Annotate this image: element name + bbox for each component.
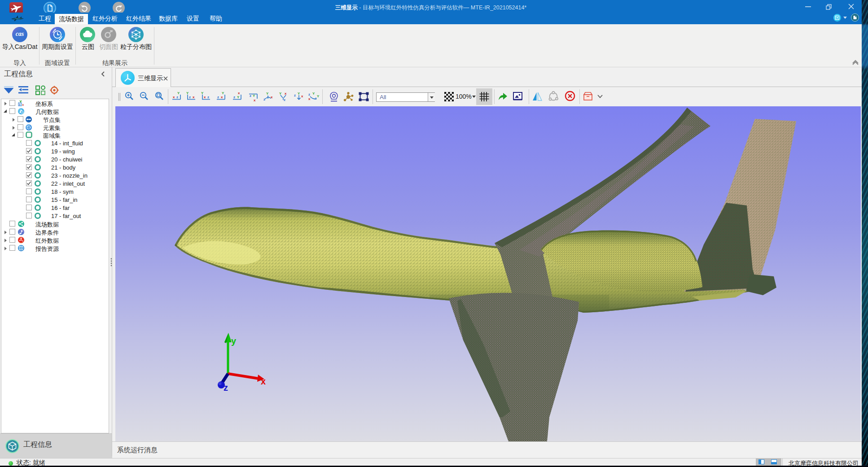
svg-text:y: y (231, 336, 237, 346)
svg-text:x: x (22, 103, 24, 106)
svg-text:x: x (301, 94, 303, 98)
svg-text:x: x (193, 95, 195, 99)
svg-text:z: z (263, 97, 265, 101)
svg-text:Y: Y (266, 92, 269, 96)
svg-text:x: x (271, 95, 273, 99)
svg-text:z: z (308, 92, 310, 96)
svg-text:z: z (294, 93, 296, 97)
svg-text:Y: Y (298, 92, 300, 96)
svg-text:x: x (308, 97, 311, 101)
svg-text:Y: Y (279, 92, 282, 96)
svg-text:Y: Y (177, 91, 180, 95)
svg-text:z: z (224, 383, 228, 393)
svg-text:z: z (207, 95, 209, 99)
svg-text:Y: Y (253, 94, 255, 98)
svg-text:x: x (173, 95, 175, 99)
svg-text:x: x (254, 98, 256, 102)
svg-text:x: x (204, 95, 206, 99)
svg-text:z: z (189, 95, 191, 99)
svg-text:z: z (217, 95, 219, 99)
svg-text:z: z (233, 95, 235, 99)
svg-text:Y: Y (312, 92, 315, 96)
svg-text:x: x (261, 376, 266, 386)
svg-text:Y: Y (237, 95, 240, 99)
svg-text:x: x (238, 91, 240, 95)
svg-text:x: x (221, 95, 223, 99)
svg-text:Y: Y (317, 94, 320, 98)
svg-text:Y: Y (186, 91, 189, 95)
svg-text:z: z (284, 98, 285, 102)
svg-text:z: z (176, 95, 178, 99)
svg-text:Y: Y (222, 91, 224, 95)
svg-text:z: z (250, 94, 251, 98)
svg-text:Y: Y (201, 91, 204, 95)
